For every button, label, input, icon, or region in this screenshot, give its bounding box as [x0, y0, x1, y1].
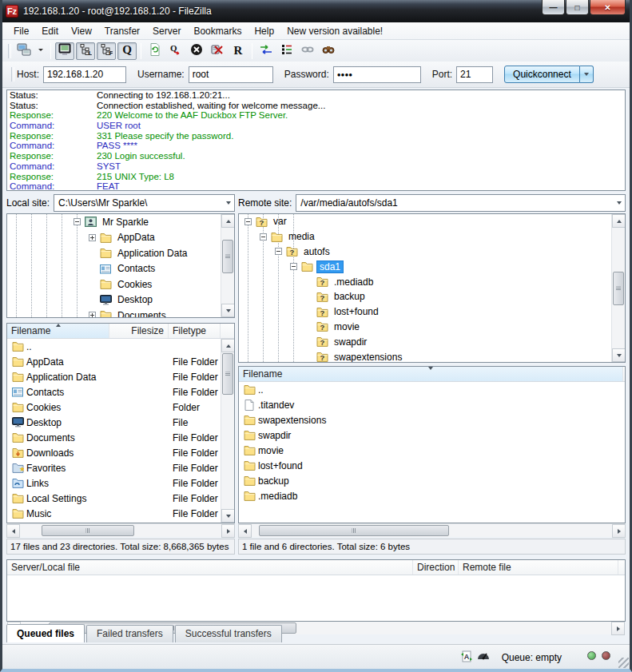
scroll-left-button[interactable]	[6, 524, 20, 538]
tree-expander-minus[interactable]	[74, 218, 81, 225]
quickconnect-dropdown[interactable]	[580, 66, 594, 83]
reconnect-button[interactable]: R	[229, 42, 248, 60]
tree-expander-minus[interactable]	[275, 248, 282, 255]
tree-node[interactable]: ?backup	[239, 289, 625, 304]
scroll-down-button[interactable]	[221, 304, 235, 317]
local-site-combobox[interactable]: C:\Users\Mr Sparkle\	[54, 194, 235, 212]
queue-body[interactable]	[7, 575, 625, 605]
file-row[interactable]: CookiesFolder	[7, 400, 234, 415]
tree-expander-minus[interactable]	[290, 263, 297, 270]
tree-node[interactable]: AppData	[7, 230, 234, 246]
tree-node-label[interactable]: autofs	[301, 246, 332, 257]
toggle-message-log-button[interactable]	[55, 42, 74, 60]
tree-node-label[interactable]: Mr Sparkle	[100, 217, 151, 228]
file-row[interactable]: ..	[239, 382, 625, 397]
speed-limits-icon[interactable]	[477, 650, 490, 663]
quickconnect-button[interactable]: Quickconnect	[504, 66, 580, 83]
tree-node[interactable]: Mr Sparkle	[7, 214, 234, 230]
column-header-filesize[interactable]: Filesize	[109, 324, 169, 338]
process-queue-button[interactable]: Q	[166, 42, 185, 60]
directory-listing-button[interactable]	[277, 42, 296, 60]
host-input[interactable]	[43, 66, 126, 83]
scrollbar-thumb[interactable]	[259, 525, 449, 536]
transfer-type-icon[interactable]: A	[460, 650, 473, 663]
tree-node[interactable]: Cookies	[7, 276, 234, 292]
tree-node-label[interactable]: AppData	[115, 232, 157, 243]
column-header-filename[interactable]: Filename	[239, 367, 623, 381]
toggle-remote-tree-button[interactable]: F	[97, 42, 116, 60]
vertical-scrollbar[interactable]	[221, 214, 234, 317]
tree-node-label[interactable]: .mediadb	[332, 276, 376, 288]
transfer-queue[interactable]: Server/Local fileDirectionRemote file	[6, 559, 626, 622]
tab-queued-files[interactable]: Queued files	[6, 624, 85, 642]
file-row[interactable]: ContactsFile Folder	[7, 384, 234, 400]
remote-directory-tree[interactable]: ?varmedia?autofssda1?.mediadb?backup?los…	[238, 213, 626, 363]
scroll-right-button[interactable]	[221, 524, 235, 538]
site-manager-button[interactable]	[14, 42, 34, 60]
queue-column-server-local-file[interactable]: Server/Local file	[7, 560, 413, 575]
toggle-queue-button[interactable]: Q	[117, 42, 137, 60]
tree-node-label[interactable]: Cookies	[115, 279, 154, 290]
tree-node[interactable]: sda1	[239, 259, 625, 274]
tree-node[interactable]: ?.mediadb	[239, 274, 625, 289]
tree-node[interactable]: ?swapdir	[239, 334, 625, 349]
tree-node-label[interactable]: Documents	[115, 310, 169, 318]
close-button[interactable]: ✕	[590, 0, 626, 15]
remote-site-combobox[interactable]: /var/media/autofs/sda1	[296, 194, 626, 212]
file-row[interactable]: swapdir	[239, 427, 625, 443]
tree-node-label[interactable]: lost+found	[332, 306, 381, 317]
scrollbar-thumb[interactable]	[222, 240, 233, 273]
rebar-grip[interactable]	[11, 67, 14, 82]
tree-node[interactable]: Documents	[7, 308, 234, 318]
file-row[interactable]: Local SettingsFile Folder	[7, 491, 234, 506]
menu-item-bookmarks[interactable]: Bookmarks	[187, 23, 248, 39]
horizontal-scrollbar[interactable]	[238, 523, 626, 537]
file-row[interactable]: swapextensions	[239, 412, 625, 427]
file-row[interactable]: backup	[239, 473, 625, 488]
file-row[interactable]: DocumentsFile Folder	[7, 430, 234, 445]
menu-item-edit[interactable]: Edit	[35, 23, 65, 39]
horizontal-scrollbar[interactable]	[6, 523, 235, 537]
tree-node-label[interactable]: sda1	[316, 260, 344, 273]
synchronized-browsing-button[interactable]	[298, 42, 317, 60]
local-directory-tree[interactable]: Mr SparkleAppDataApplication DataContact…	[6, 213, 235, 318]
tree-node-label[interactable]: Contacts	[115, 263, 157, 274]
tree-expander-plus[interactable]	[89, 312, 96, 318]
tree-expander-plus[interactable]	[89, 234, 96, 241]
file-row[interactable]: LinksFile Folder	[7, 475, 234, 491]
find-files-button[interactable]	[319, 42, 338, 60]
column-header-filetype[interactable]: Filetype	[169, 324, 221, 338]
tree-node-label[interactable]: media	[286, 231, 317, 242]
vertical-scrollbar[interactable]	[611, 214, 625, 362]
scroll-up-button[interactable]	[221, 339, 235, 352]
scroll-left-button[interactable]	[238, 524, 252, 538]
scroll-up-button[interactable]	[221, 214, 235, 228]
directory-comparison-button[interactable]	[256, 42, 276, 60]
toggle-local-tree-button[interactable]: L	[76, 42, 95, 60]
remote-file-list[interactable]: Filename...titandevswapextensionsswapdir…	[238, 366, 626, 523]
file-row[interactable]: ..	[7, 339, 234, 354]
port-input[interactable]	[456, 66, 493, 83]
username-input[interactable]	[189, 66, 273, 83]
scrollbar-thumb[interactable]	[613, 272, 624, 305]
file-row[interactable]: DesktopFile	[7, 415, 234, 430]
tree-node-label[interactable]: backup	[332, 291, 368, 302]
queue-column-direction[interactable]: Direction	[413, 560, 459, 575]
minimize-button[interactable]: —	[542, 0, 565, 15]
rebar-grip[interactable]	[8, 44, 11, 58]
scroll-down-button[interactable]	[612, 348, 626, 362]
menu-item-view[interactable]: View	[65, 23, 98, 39]
file-row[interactable]: .mediadb	[239, 488, 625, 503]
message-log[interactable]: Status:Connecting to 192.168.1.20:21...S…	[6, 89, 626, 191]
tree-node-label[interactable]: swapdir	[332, 336, 369, 348]
tree-node[interactable]: Contacts	[7, 261, 234, 277]
menu-item-server[interactable]: Server	[146, 23, 187, 39]
file-row[interactable]: DownloadsFile Folder	[7, 445, 234, 460]
tab-successful-transfers[interactable]: Successful transfers	[175, 625, 282, 642]
cancel-operation-button[interactable]	[187, 42, 206, 60]
tree-node[interactable]: ?lost+found	[239, 304, 625, 320]
tree-node[interactable]: media	[239, 229, 625, 245]
column-header-filename[interactable]: Filename	[7, 324, 109, 338]
tree-node[interactable]: ?autofs	[239, 245, 625, 260]
maximize-button[interactable]: □	[566, 0, 589, 15]
